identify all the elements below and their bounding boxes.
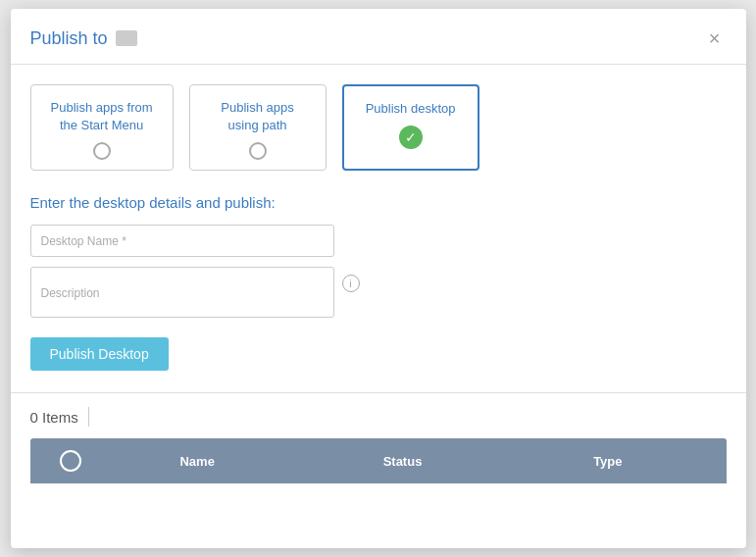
table-col-status: Status <box>300 454 505 469</box>
close-button[interactable]: × <box>703 26 727 50</box>
check-circle-desktop: ✓ <box>399 126 423 149</box>
radio-using-path <box>249 142 267 160</box>
desktop-name-input[interactable] <box>30 225 334 257</box>
info-icon[interactable]: i <box>342 275 360 292</box>
modal-body: Publish apps fromthe Start Menu Publish … <box>11 65 746 371</box>
modal-header: Publish to × <box>11 9 746 65</box>
table-col-type: Type <box>505 454 710 469</box>
option-using-path-label: Publish appsusing path <box>221 99 293 134</box>
select-all-checkbox[interactable] <box>60 450 81 472</box>
publish-option-start-menu[interactable]: Publish apps fromthe Start Menu <box>30 84 174 171</box>
publish-options: Publish apps fromthe Start Menu Publish … <box>30 84 727 171</box>
items-section: 0 Items Name Status Type <box>11 392 746 483</box>
publish-option-desktop[interactable]: Publish desktop ✓ <box>342 84 479 171</box>
section-label: Enter the desktop details and publish: <box>30 194 727 211</box>
items-divider <box>88 407 89 427</box>
description-group: i <box>30 267 727 318</box>
radio-start-menu <box>93 142 111 160</box>
desktop-name-group <box>30 225 727 257</box>
description-input[interactable] <box>30 267 334 318</box>
publish-modal: Publish to × Publish apps fromthe Start … <box>11 9 746 548</box>
items-count: 0 Items <box>30 409 78 426</box>
option-desktop-label: Publish desktop <box>366 100 456 118</box>
title-text: Publish to <box>30 28 108 49</box>
publish-desktop-button[interactable]: Publish Desktop <box>30 337 169 371</box>
items-header: 0 Items <box>30 407 727 427</box>
publish-option-using-path[interactable]: Publish appsusing path <box>189 84 327 171</box>
option-start-menu-label: Publish apps fromthe Start Menu <box>51 99 153 134</box>
table-header: Name Status Type <box>30 438 727 483</box>
table-checkbox-header[interactable] <box>46 450 95 472</box>
form-section: Enter the desktop details and publish: i… <box>30 194 727 371</box>
modal-title: Publish to <box>30 28 137 49</box>
table-col-name: Name <box>95 454 300 469</box>
title-icon <box>116 30 137 46</box>
